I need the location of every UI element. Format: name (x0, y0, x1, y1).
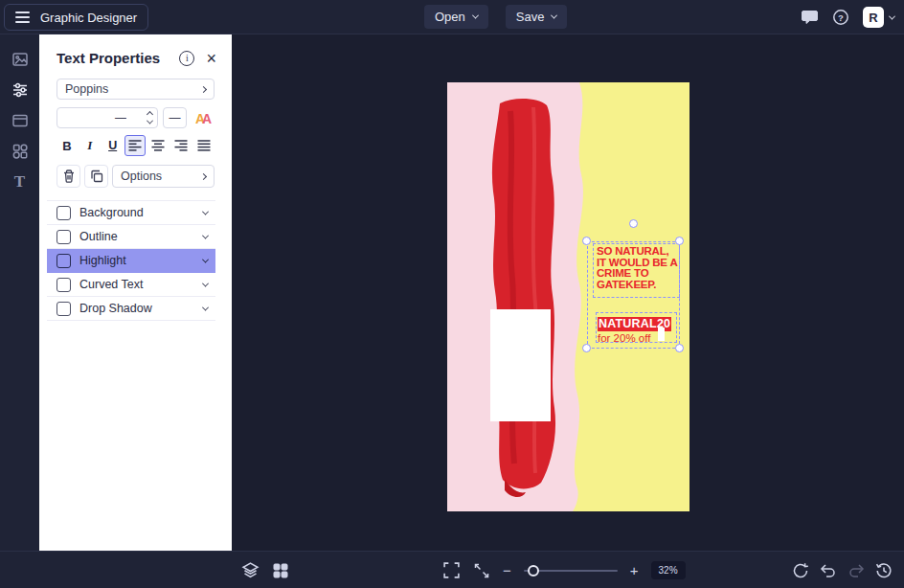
bottom-bar: − + 32% (0, 551, 904, 588)
zoom-out-button[interactable]: − (503, 563, 511, 577)
resize-handle-top-left[interactable] (582, 237, 591, 245)
app-menu-button[interactable]: Graphic Designer (4, 4, 148, 31)
text-format-row: B I U (56, 135, 215, 156)
account-menu[interactable]: R (863, 7, 894, 28)
trash-icon (61, 169, 77, 184)
toggle-label: Background (79, 206, 144, 219)
outline-checkbox[interactable] (56, 230, 71, 244)
align-left-icon (128, 140, 142, 151)
fullscreen-button[interactable] (442, 561, 461, 579)
feedback-icon[interactable] (801, 9, 819, 26)
resize-handle-top-right[interactable] (675, 237, 684, 245)
stepper-up-icon[interactable] (147, 110, 153, 117)
font-color-icon[interactable]: A A (192, 107, 215, 128)
help-icon[interactable]: ? (832, 9, 849, 26)
toggle-label: Curved Text (79, 278, 143, 291)
delete-button[interactable] (56, 165, 80, 188)
align-justify-icon (197, 140, 211, 151)
align-center-button[interactable] (147, 135, 169, 156)
image-icon (11, 51, 29, 68)
chevron-right-icon (200, 172, 207, 179)
bold-button[interactable]: B (56, 135, 78, 156)
font-size-input[interactable] (65, 111, 136, 124)
layers-icon (241, 561, 260, 579)
chevron-down-icon (202, 232, 209, 238)
text-effect-list: Background Outline Highlight Curved Text… (47, 200, 215, 321)
zoom-in-button[interactable]: + (630, 563, 639, 577)
toggle-row-outline[interactable]: Outline (47, 225, 215, 249)
panel-title: Text Properties (56, 50, 160, 66)
design-canvas[interactable]: SO NATURAL, IT WOULD BE A CRIME TO GATEK… (447, 82, 689, 511)
undo-icon (820, 562, 837, 579)
sidebar-item-images[interactable] (0, 44, 39, 75)
zoom-slider-handle[interactable] (528, 565, 539, 577)
artwork-background (447, 82, 689, 511)
toggle-label: Highlight (79, 254, 126, 267)
open-button[interactable]: Open (424, 5, 488, 29)
adjust-sliders-icon (11, 81, 29, 99)
drop-shadow-checkbox[interactable] (56, 302, 71, 316)
top-bar: Graphic Designer Open Save ? R (0, 0, 904, 34)
fullscreen-icon (442, 561, 461, 579)
text-cursor (658, 328, 665, 341)
view-tools-group (241, 552, 289, 588)
align-left-button[interactable] (124, 135, 146, 156)
zoom-controls-group: − + 32% (442, 552, 686, 588)
undo-button[interactable] (820, 562, 837, 579)
redo-icon (848, 562, 865, 579)
zoom-level-value[interactable]: 32% (651, 561, 686, 579)
history-tools-group (792, 552, 893, 588)
chevron-down-icon (202, 280, 209, 286)
italic-button[interactable]: I (79, 135, 101, 156)
align-justify-button[interactable] (193, 135, 215, 156)
topbar-right-group: ? R (801, 0, 894, 34)
avatar: R (863, 7, 884, 28)
curved-text-checkbox[interactable] (56, 278, 71, 292)
sidebar-item-media[interactable] (0, 105, 39, 136)
options-select[interactable]: Options (112, 165, 215, 188)
rotate-handle[interactable] (629, 219, 638, 228)
underline-button[interactable]: U (102, 135, 124, 156)
fit-to-screen-button[interactable] (473, 562, 490, 579)
app-title: Graphic Designer (40, 11, 137, 25)
font-family-select[interactable]: Poppins (56, 79, 215, 100)
zoom-slider[interactable] (524, 570, 618, 572)
stepper-down-icon[interactable] (147, 117, 153, 124)
media-icon (11, 112, 29, 129)
info-icon[interactable]: i (179, 51, 194, 66)
history-button[interactable] (875, 562, 893, 579)
refresh-icon (792, 562, 809, 579)
copy-icon (89, 169, 104, 184)
duplicate-button[interactable] (84, 165, 108, 188)
chevron-down-icon (472, 12, 479, 19)
sidebar-item-elements[interactable] (0, 136, 39, 167)
save-button[interactable]: Save (506, 5, 568, 29)
toggle-row-curved-text[interactable]: Curved Text (47, 273, 215, 297)
canvas-promo-text[interactable]: NATURAL20 for 20% off (598, 314, 678, 345)
pages-grid-button[interactable] (272, 562, 289, 579)
redo-button[interactable] (848, 562, 865, 579)
resize-handle-bottom-right[interactable] (675, 344, 684, 352)
align-right-button[interactable] (170, 135, 192, 156)
sidebar-item-text[interactable]: T (0, 167, 39, 197)
promo-sub-text[interactable]: for 20% off (598, 332, 678, 345)
toggle-row-background[interactable]: Background (47, 201, 215, 225)
sidebar-item-properties[interactable] (0, 75, 39, 105)
grid-icon (272, 562, 289, 579)
reset-view-button[interactable] (792, 562, 809, 579)
text-properties-panel: Text Properties i × Poppins — A A B I U (39, 34, 232, 551)
toggle-row-highlight[interactable]: Highlight (47, 249, 215, 273)
history-clock-icon (875, 562, 893, 579)
chevron-down-icon (202, 208, 209, 215)
background-checkbox[interactable] (56, 206, 71, 220)
toggle-row-drop-shadow[interactable]: Drop Shadow (47, 297, 215, 321)
canvas-headline-text[interactable]: SO NATURAL, IT WOULD BE A CRIME TO GATEK… (597, 246, 679, 291)
resize-handle-bottom-left[interactable] (582, 344, 591, 352)
layers-button[interactable] (241, 561, 260, 579)
font-size-steppers (147, 112, 152, 124)
close-panel-icon[interactable]: × (206, 52, 216, 65)
question-mark: ? (838, 12, 844, 23)
highlight-checkbox[interactable] (56, 254, 71, 268)
file-actions: Open Save (424, 5, 567, 29)
dash-button[interactable]: — (163, 107, 187, 128)
